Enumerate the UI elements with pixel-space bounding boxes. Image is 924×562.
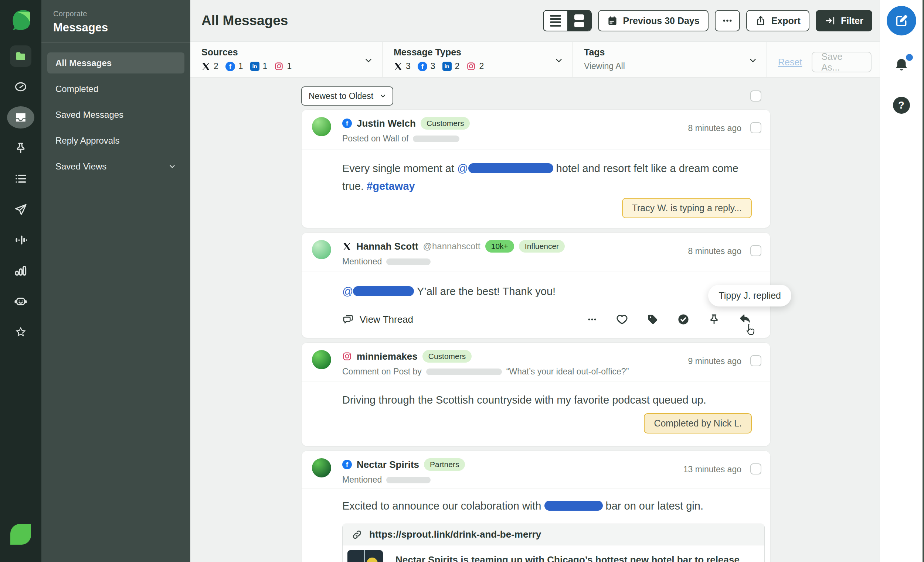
view-thread-button[interactable]: View Thread xyxy=(342,314,413,325)
tags-filter[interactable]: Tags Viewing All xyxy=(573,42,767,77)
notification-badge-dot xyxy=(906,54,913,61)
message-context: Posted on Wall of xyxy=(342,134,408,143)
sidebar-item-saved-views[interactable]: Saved Views xyxy=(47,156,184,177)
rail-reports-button[interactable] xyxy=(0,255,41,286)
redacted-text-bar xyxy=(386,259,430,265)
message-checkbox[interactable] xyxy=(750,355,761,366)
save-as-button[interactable]: Save As... xyxy=(812,52,872,72)
tag-icon[interactable] xyxy=(646,313,659,326)
message-text: Every single moment at @ hotel and resor… xyxy=(342,160,745,195)
link-icon xyxy=(351,529,363,540)
notifications-button[interactable] xyxy=(893,57,910,74)
compose-button[interactable] xyxy=(886,6,916,36)
help-button[interactable]: ? xyxy=(893,97,910,114)
export-button[interactable]: Export xyxy=(746,10,809,31)
rail-lists-button[interactable] xyxy=(0,163,41,194)
waveform-icon xyxy=(14,233,27,247)
list-view-button[interactable] xyxy=(544,11,567,31)
chevron-down-icon xyxy=(379,92,387,100)
reset-filters-link[interactable]: Reset xyxy=(778,57,802,67)
message-text: Excited to announce our colaboration wit… xyxy=(342,497,745,515)
message-text: Driving through the Scottish countryside… xyxy=(342,391,745,409)
message-card[interactable]: f Justin Welch Customers Posted on Wall … xyxy=(301,109,771,228)
rail-inbox-button[interactable] xyxy=(0,102,41,133)
link-url[interactable]: https://sprout.link/drink-and-be-merry xyxy=(369,529,541,540)
message-text: @ Y’all are the best! Thank you! xyxy=(342,282,745,300)
complete-check-icon[interactable] xyxy=(677,313,690,326)
instagram-icon xyxy=(342,351,352,361)
message-list: Newest to Oldest f Justin Welch Customer… xyxy=(190,78,880,562)
workspace-label: Corporate xyxy=(53,10,178,18)
follower-badge: 10k+ xyxy=(485,240,514,253)
message-checkbox[interactable] xyxy=(750,463,761,474)
tag-badge: Partners xyxy=(424,458,465,471)
instagram-icon xyxy=(274,62,284,71)
rail-bot-button[interactable] xyxy=(0,286,41,317)
linkedin-icon: in xyxy=(250,62,260,71)
sidebar-item-completed[interactable]: Completed xyxy=(47,78,184,99)
filter-actions: Reset Save As... xyxy=(767,42,880,77)
redacted-mention-bar xyxy=(353,286,414,296)
hashtag-link[interactable]: #getaway xyxy=(367,180,415,192)
rail-listening-button[interactable] xyxy=(0,224,41,255)
author-name[interactable]: Nectar Spirits xyxy=(357,459,419,471)
sort-order-select[interactable]: Newest to Oldest xyxy=(301,87,393,106)
more-options-button[interactable] xyxy=(715,10,740,31)
date-range-button[interactable]: Previous 30 Days xyxy=(598,10,708,31)
timestamp: 8 minutes ago xyxy=(688,123,741,133)
sprout-logo-icon[interactable] xyxy=(9,7,33,31)
chevron-down-icon xyxy=(364,56,373,65)
avatar xyxy=(312,117,331,136)
ellipsis-icon xyxy=(722,15,733,27)
redacted-mention-bar xyxy=(544,501,603,511)
author-name[interactable]: Hannah Scott xyxy=(356,241,418,252)
card-view-button[interactable] xyxy=(567,11,591,31)
redacted-text-bar xyxy=(386,477,430,483)
sidebar-item-saved-messages[interactable]: Saved Messages xyxy=(47,104,184,125)
message-types-filter[interactable]: Message Types 3 f 3 in 2 2 xyxy=(382,42,573,77)
main-content: All Messages Previous 30 Days xyxy=(190,0,880,562)
pin-icon[interactable] xyxy=(708,313,720,326)
rail-folder-button[interactable] xyxy=(0,40,41,71)
x-network-icon xyxy=(342,242,351,251)
robot-icon xyxy=(14,294,27,308)
completed-status-badge: Completed by Nick L. xyxy=(644,413,752,433)
instagram-icon xyxy=(466,62,476,71)
chevron-down-icon xyxy=(168,163,176,170)
utility-rail: ? xyxy=(880,0,922,562)
avatar xyxy=(312,458,331,477)
sidebar-item-all-messages[interactable]: All Messages xyxy=(47,52,184,73)
author-handle: @hannahscott xyxy=(423,241,480,251)
like-heart-icon[interactable] xyxy=(616,313,628,326)
author-name[interactable]: minniemakes xyxy=(357,351,418,362)
author-name[interactable]: Justin Welch xyxy=(357,118,416,129)
rail-publishing-button[interactable] xyxy=(0,194,41,224)
redacted-mention-bar xyxy=(468,163,553,173)
message-header: Hannah Scott @hannahscott 10k+ Influence… xyxy=(302,233,770,271)
message-checkbox[interactable] xyxy=(750,122,761,133)
mouse-cursor xyxy=(743,323,756,338)
main-header: All Messages Previous 30 Days xyxy=(190,0,880,41)
header-actions: Previous 30 Days Export Filter xyxy=(543,10,872,31)
message-checkbox[interactable] xyxy=(750,245,761,256)
message-card[interactable]: minniemakes Customers Comment on Post by… xyxy=(301,342,771,447)
sources-filter[interactable]: Sources 2 f 1 in 1 1 xyxy=(190,42,382,77)
message-card[interactable]: f Nectar Spirits Partners Mentioned 13 m… xyxy=(301,450,771,562)
link-preview[interactable]: https://sprout.link/drink-and-be-merry N… xyxy=(342,524,765,562)
rail-reviews-button[interactable] xyxy=(0,317,41,347)
mention-symbol: @ xyxy=(457,163,468,174)
sidebar-item-reply-approvals[interactable]: Reply Approvals xyxy=(47,130,184,151)
x-network-icon xyxy=(394,62,402,71)
link-description: Nectar Spirits is teaming up with Chicag… xyxy=(396,552,747,562)
rail-dashboard-button[interactable] xyxy=(0,71,41,102)
more-actions-icon[interactable] xyxy=(586,314,598,325)
filter-panel-icon xyxy=(825,15,836,26)
typing-status-badge: Tracy W. is typing a reply... xyxy=(622,198,752,218)
select-all-checkbox[interactable] xyxy=(750,90,761,102)
filter-button[interactable]: Filter xyxy=(816,10,872,31)
rail-workspace-button[interactable] xyxy=(0,519,41,549)
workspace-leaf-icon xyxy=(10,524,31,545)
message-card[interactable]: Hannah Scott @hannahscott 10k+ Influence… xyxy=(301,232,771,338)
rail-pinned-button[interactable] xyxy=(0,133,41,163)
list-view-icon xyxy=(550,15,561,27)
